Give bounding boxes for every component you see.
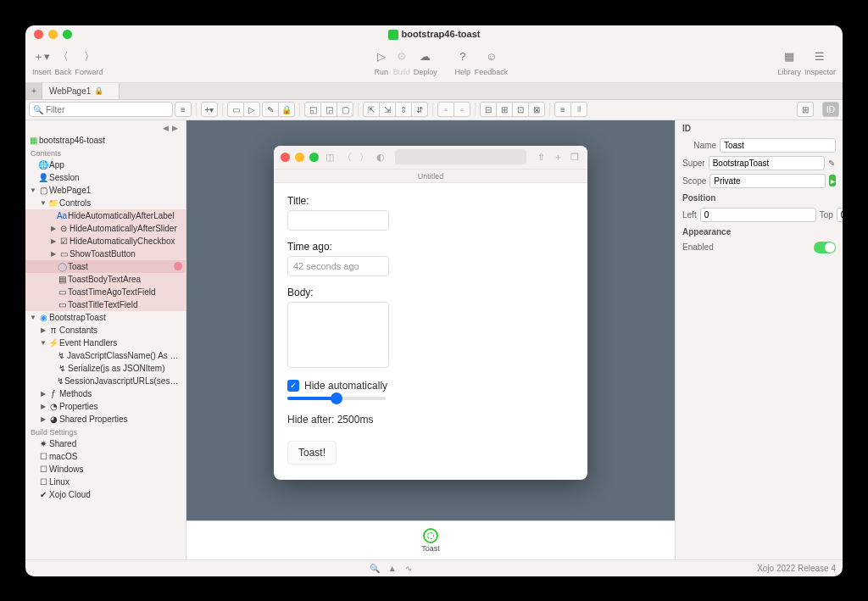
nav-sharedprops[interactable]: ▶◕Shared Properties: [25, 413, 186, 426]
body-label: Body:: [287, 287, 574, 298]
nav-properties[interactable]: ▶◔Properties: [25, 400, 186, 413]
nav-app[interactable]: 🌐App: [25, 159, 186, 171]
add-button[interactable]: +▾: [201, 102, 218, 117]
hide-auto-label: Hide automatically: [304, 380, 387, 392]
tabs-icon: ❐: [569, 151, 581, 163]
nav-eventhandlers[interactable]: ▼⚡Event Handlers: [25, 337, 186, 349]
filter-input[interactable]: [46, 105, 169, 114]
edit-tool-2[interactable]: 🔒: [278, 102, 295, 117]
size-tool-2[interactable]: ▫: [453, 102, 470, 117]
size-tool-1[interactable]: ▫: [437, 102, 454, 117]
align-tool-4[interactable]: ⇵: [411, 102, 428, 117]
tab-webpage1[interactable]: WebPage1 🔒: [42, 83, 120, 99]
order-tool-1[interactable]: ◱: [304, 102, 321, 117]
nav-bootstraptoast[interactable]: ▼◉BootstrapToast: [25, 311, 186, 324]
nav-session[interactable]: 👤Session: [25, 171, 186, 184]
order-tool-3[interactable]: ▢: [337, 102, 353, 117]
close-icon[interactable]: [34, 30, 43, 39]
nav-item-0[interactable]: AaHideAutomaticallyAfterLabel: [25, 209, 186, 222]
nav-methods[interactable]: ▶ƒMethods: [25, 387, 186, 400]
textfield-icon: ▭: [56, 287, 68, 297]
nav-shared[interactable]: ✷Shared: [25, 437, 186, 450]
align-tool-3[interactable]: ⇳: [395, 102, 412, 117]
nav-item-7[interactable]: ▭ToastTitleTextField: [25, 298, 186, 311]
nav-controls[interactable]: ▼📁Controls: [25, 197, 186, 209]
nav-constants[interactable]: ▶πConstants: [25, 324, 186, 337]
name-field[interactable]: [720, 138, 836, 153]
search-status-icon[interactable]: 🔍: [370, 564, 380, 573]
scope-action-icon[interactable]: ▸: [829, 175, 836, 186]
space-tool-3[interactable]: ⊡: [512, 102, 529, 117]
super-field[interactable]: [709, 156, 825, 170]
top-field[interactable]: [837, 208, 843, 222]
nav-eh-1[interactable]: ↯Serialize(js as JSONItem): [25, 362, 186, 375]
class-icon: ◉: [37, 313, 49, 322]
zoom-icon[interactable]: [63, 30, 72, 39]
deploy-button[interactable]: ☁: [417, 49, 434, 64]
filter-search[interactable]: 🔍: [29, 102, 173, 117]
order-tool-2[interactable]: ◲: [320, 102, 337, 117]
align-tool-1[interactable]: ⇱: [363, 102, 380, 117]
hide-after-slider[interactable]: [287, 397, 386, 400]
shared-property-icon: ◕: [47, 415, 59, 424]
button-icon: ▭: [58, 249, 70, 259]
nav-item-2[interactable]: ▶☑HideAutomaticallyCheckbox: [25, 235, 186, 248]
app-window: bootstrap46-toast ＋▾ Insert 〈 Back 〉 For…: [25, 25, 843, 576]
nav-macos[interactable]: ☐macOS: [25, 450, 186, 463]
method-icon: ↯: [56, 376, 64, 386]
layout-canvas[interactable]: ◫ 〈 〉 ◐ ⇧ ＋ ❐ Untitled Title: Time ago:: [186, 120, 675, 520]
build-button[interactable]: ⚙: [393, 49, 410, 64]
user-icon: 👤: [37, 173, 49, 182]
panel-toggle-id[interactable]: ID: [822, 102, 839, 117]
nav-item-3[interactable]: ▶▭ShowToastButton: [25, 248, 186, 260]
dist-tool-2[interactable]: ⦀: [570, 102, 587, 117]
back-button[interactable]: 〈: [55, 49, 72, 64]
align-tool-2[interactable]: ⇲: [379, 102, 396, 117]
nav-xojocloud[interactable]: ✔Xojo Cloud: [25, 488, 186, 501]
dist-tool-1[interactable]: ≡: [554, 102, 571, 117]
forward-button[interactable]: 〉: [81, 49, 97, 64]
nav-eh-2[interactable]: ↯SessionJavascriptURLs(session as WebS…: [25, 375, 186, 387]
warnings-icon[interactable]: ▲: [388, 564, 397, 573]
editor-ribbon: 🔍 ≡ +▾ ▭ ▷ ✎ 🔒 ◱ ◲ ▢ ⇱ ⇲ ⇳ ⇵ ▫: [25, 100, 843, 120]
list-toggle[interactable]: ≡: [175, 102, 192, 117]
nav-eh-0[interactable]: ↯JavaScriptClassName() As String: [25, 349, 186, 362]
minimize-icon[interactable]: [48, 30, 58, 39]
panel-toggle-left[interactable]: ⊞: [797, 102, 814, 117]
title-field[interactable]: [287, 210, 389, 231]
rss-icon[interactable]: ∿: [405, 564, 412, 573]
insert-button[interactable]: ＋▾: [33, 49, 50, 64]
space-tool-4[interactable]: ⊠: [528, 102, 545, 117]
nav-webpage[interactable]: ▼▢WebPage1: [25, 184, 186, 197]
nav-item-6[interactable]: ▭ToastTimeAgoTextField: [25, 286, 186, 298]
space-tool-1[interactable]: ⊟: [480, 102, 497, 117]
toast-button[interactable]: Toast!: [287, 441, 337, 465]
library-button[interactable]: ▦: [781, 49, 798, 64]
scope-field[interactable]: [709, 174, 826, 188]
nav-item-1[interactable]: ▶⊝HideAutomaticallyAfterSlider: [25, 222, 186, 235]
nav-linux[interactable]: ☐Linux: [25, 476, 186, 488]
timeago-field[interactable]: 42 seconds ago: [287, 256, 389, 276]
layout-tool-1[interactable]: ▭: [227, 102, 244, 117]
hide-auto-checkbox[interactable]: ✓: [287, 380, 299, 392]
feedback-button[interactable]: ☺: [483, 49, 500, 64]
slider-knob[interactable]: [331, 392, 342, 404]
new-tab-button[interactable]: ＋: [25, 83, 42, 99]
inspector-button[interactable]: ☰: [811, 49, 828, 64]
nav-windows[interactable]: ☐Windows: [25, 463, 186, 476]
nav-item-5[interactable]: ▤ToastBodyTextArea: [25, 273, 186, 286]
run-button[interactable]: ▷: [373, 49, 390, 64]
space-tool-2[interactable]: ⊞: [496, 102, 513, 117]
help-button[interactable]: ?: [454, 49, 471, 64]
body-textarea[interactable]: [287, 302, 389, 368]
project-navigator[interactable]: ◀▶ ▦bootstrap46-toast Contents 🌐App 👤Ses…: [25, 120, 186, 559]
toast-tray-icon[interactable]: [423, 528, 438, 543]
enabled-toggle[interactable]: [814, 242, 836, 253]
nav-back-icon[interactable]: ◀: [163, 124, 169, 132]
edit-tool-1[interactable]: ✎: [262, 102, 279, 117]
edit-super-icon[interactable]: ✎: [828, 157, 836, 169]
layout-tool-2[interactable]: ▷: [243, 102, 260, 117]
left-field[interactable]: [700, 208, 816, 222]
nav-fwd-icon[interactable]: ▶: [172, 124, 178, 132]
nav-item-toast[interactable]: ◯Toast: [25, 260, 186, 273]
